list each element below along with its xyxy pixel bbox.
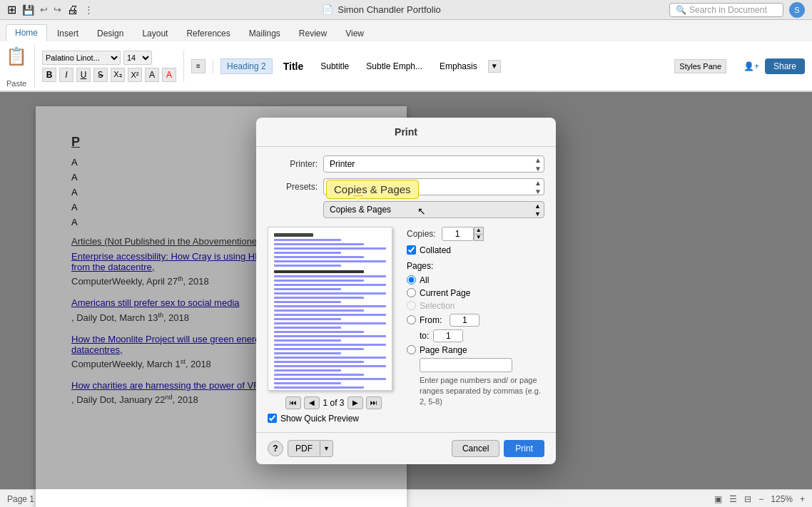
preview-area: ⏮ ◀ 1 of 3 ▶ ⏭ Show Quick Preview — [268, 227, 400, 424]
search-box[interactable]: 🔍 Search in Document — [669, 3, 783, 17]
page-range-label: Page Range — [420, 345, 467, 355]
dialog-body: Printer: Printer ▲▼ Presets: — [256, 147, 556, 432]
to-row: to: — [420, 329, 544, 342]
pdf-button[interactable]: PDF — [288, 440, 320, 457]
section-select[interactable]: Copies & Pages — [323, 201, 544, 218]
page-range-input[interactable] — [420, 358, 512, 372]
bullets-btn[interactable]: ≡ — [191, 59, 205, 73]
zoom-level: 125% — [771, 494, 793, 504]
zoom-out-btn[interactable]: − — [758, 494, 763, 504]
tab-layout[interactable]: Layout — [133, 26, 176, 41]
from-input[interactable] — [450, 314, 479, 327]
font-color-btn[interactable]: A — [162, 68, 176, 82]
title-bar-right: 🔍 Search in Document S — [669, 2, 805, 18]
style-heading2[interactable]: Heading 2 — [220, 58, 273, 74]
pdf-wrap: PDF ▼ — [288, 440, 333, 457]
style-emphasis[interactable]: Emphasis — [433, 58, 484, 74]
copies-up-btn[interactable]: ▲ — [474, 227, 484, 234]
print-button[interactable]: Print — [504, 440, 544, 457]
copies-input-wrap: ▲ ▼ — [442, 227, 484, 241]
cancel-button[interactable]: Cancel — [452, 440, 499, 457]
selection-radio[interactable] — [407, 301, 416, 310]
nav-last-btn[interactable]: ⏭ — [366, 396, 382, 409]
font-family-select[interactable]: Palatino Linot... — [42, 51, 121, 65]
styles-expand-btn[interactable]: ▼ — [488, 60, 501, 73]
options-section: Copies: ▲ ▼ Col — [407, 227, 544, 424]
document-area: P A A A A A Articles (Not Published in t… — [0, 92, 812, 489]
ribbon-share: 👤+ Share — [744, 41, 805, 91]
status-right: ▣ ☰ ⊟ − 125% + — [714, 494, 805, 504]
nav-next-btn[interactable]: ▶ — [347, 396, 363, 409]
underline-btn[interactable]: U — [76, 68, 91, 82]
search-placeholder: Search in Document — [689, 5, 767, 15]
share-icon[interactable]: 👤+ — [744, 61, 759, 71]
tab-references[interactable]: References — [178, 26, 238, 41]
all-radio-row: All — [407, 275, 544, 285]
collated-row: Collated — [407, 245, 544, 255]
styles-pane-btn[interactable]: Styles Pane — [674, 59, 726, 73]
tab-design[interactable]: Design — [88, 26, 132, 41]
pdf-dropdown-btn[interactable]: ▼ — [320, 440, 333, 457]
from-radio-row: From: — [407, 314, 544, 327]
italic-btn[interactable]: I — [59, 68, 73, 82]
ribbon-tabs: Home Insert Design Layout References Mai… — [0, 20, 812, 41]
help-button[interactable]: ? — [268, 441, 283, 456]
strikethrough-btn[interactable]: S̶ — [93, 68, 108, 82]
section-selector-row: Copies & Pages ↖ Copies & Pages ▲▼ — [268, 201, 544, 218]
pages-label: Pages: — [407, 261, 544, 271]
share-button[interactable]: Share — [765, 58, 805, 74]
nav-prev-btn[interactable]: ◀ — [304, 396, 320, 409]
copies-input[interactable] — [442, 227, 474, 241]
view-icon-3[interactable]: ⊟ — [744, 494, 751, 504]
to-input[interactable] — [433, 329, 463, 342]
style-subtitle[interactable]: Subtitle — [314, 58, 355, 74]
ribbon: Home Insert Design Layout References Mai… — [0, 20, 812, 92]
printer-row: Printer: Printer ▲▼ — [268, 155, 544, 173]
current-page-radio[interactable] — [407, 288, 416, 297]
quick-preview-row: Show Quick Preview — [268, 414, 400, 424]
from-radio[interactable] — [407, 315, 416, 324]
current-page-label: Current Page — [420, 288, 470, 298]
font-size-select[interactable]: 14 — [123, 51, 152, 65]
to-label: to: — [420, 331, 429, 341]
collated-checkbox[interactable] — [407, 245, 416, 255]
printer-label: Printer: — [268, 159, 318, 169]
printer-select-wrap: Printer ▲▼ — [323, 155, 544, 173]
highlight-btn[interactable]: A — [145, 68, 159, 82]
tab-insert[interactable]: Insert — [49, 26, 87, 41]
help-text: Enter page numbers and/ or page ranges s… — [420, 375, 544, 408]
view-icon-1[interactable]: ▣ — [714, 494, 722, 504]
nav-first-btn[interactable]: ⏮ — [285, 396, 301, 409]
tab-home[interactable]: Home — [6, 24, 47, 41]
preview-header — [274, 233, 386, 391]
user-avatar: S — [789, 2, 805, 18]
selection-label: Selection — [420, 301, 455, 311]
copies-stepper: ▲ ▼ — [474, 227, 484, 241]
cursor: ↖ — [417, 205, 426, 217]
superscript-btn[interactable]: X² — [128, 68, 142, 82]
quick-preview-label: Show Quick Preview — [280, 414, 359, 424]
selection-radio-row: Selection — [407, 301, 544, 311]
presets-label: Presets: — [268, 182, 318, 192]
zoom-in-btn[interactable]: + — [800, 494, 805, 504]
all-radio[interactable] — [407, 275, 416, 285]
document-title: Simon Chandler Portfolio — [338, 4, 441, 15]
style-title[interactable]: Title — [277, 58, 310, 75]
tab-view[interactable]: View — [337, 26, 372, 41]
dialog-footer: ? PDF ▼ Cancel Print — [256, 432, 556, 464]
tooltip-label: Copies & Pages — [326, 180, 419, 199]
quick-preview-checkbox[interactable] — [268, 414, 277, 423]
copies-row: Copies: ▲ ▼ — [407, 227, 544, 241]
style-subtle-emph[interactable]: Subtle Emph... — [360, 58, 429, 74]
subscript-btn[interactable]: X₂ — [111, 68, 125, 82]
copies-down-btn[interactable]: ▼ — [474, 234, 484, 241]
bold-btn[interactable]: B — [42, 68, 56, 82]
title-bar-center: 📄 Simon Chandler Portfolio — [322, 4, 441, 15]
page-range-radio[interactable] — [407, 345, 416, 354]
tab-mailings[interactable]: Mailings — [240, 26, 289, 41]
all-label: All — [420, 275, 429, 285]
tab-review[interactable]: Review — [290, 26, 335, 41]
printer-select[interactable]: Printer — [323, 155, 544, 173]
view-icon-2[interactable]: ☰ — [729, 494, 737, 504]
content-section: ⏮ ◀ 1 of 3 ▶ ⏭ Show Quick Preview — [268, 227, 544, 424]
